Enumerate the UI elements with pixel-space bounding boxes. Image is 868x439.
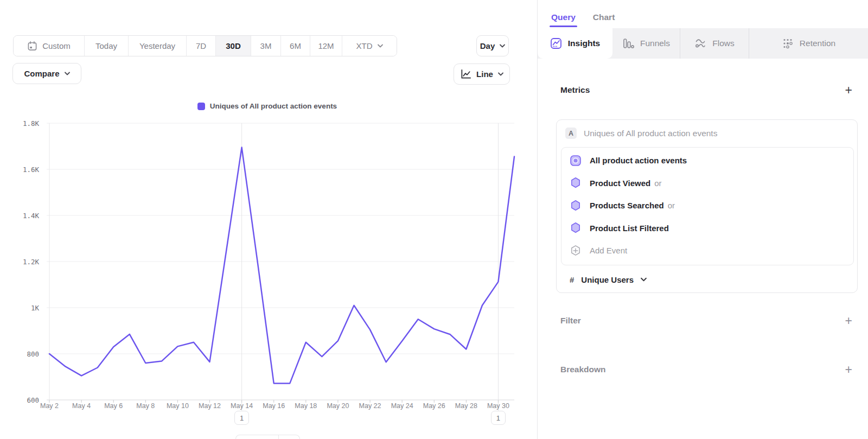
add-event-row[interactable]: Add Event xyxy=(561,239,853,262)
compare-dropdown[interactable]: Compare xyxy=(12,63,81,84)
events-card: All product action eventsProduct Viewedo… xyxy=(561,147,854,265)
legend-label: Uniques of All product action events xyxy=(210,102,337,110)
number-icon: # xyxy=(570,275,574,284)
event-label: Product List Filtered xyxy=(590,224,669,233)
event-label: Add Event xyxy=(590,246,627,255)
event-hexagon-icon xyxy=(570,200,582,212)
range-today-button[interactable]: Today xyxy=(85,36,129,56)
range-label: 6M xyxy=(290,41,301,50)
flows-icon xyxy=(694,37,706,49)
add-breakdown-button[interactable]: + xyxy=(845,364,852,376)
axis-pagination-partial[interactable] xyxy=(235,435,300,439)
metrics-heading: Metrics xyxy=(560,85,590,95)
event-label: All product action events xyxy=(590,156,687,165)
y-tick-label: 1.4K xyxy=(23,212,40,220)
y-tick-label: 1.2K xyxy=(23,258,40,266)
line-chart[interactable]: 1.8K1.6K1.4K1.2K1K800600May 2May 4May 6M… xyxy=(0,114,534,439)
y-tick-label: 800 xyxy=(27,350,39,358)
range-xtd-button[interactable]: XTD xyxy=(342,36,397,56)
add-metric-button[interactable]: + xyxy=(845,84,852,97)
event-operator: or xyxy=(668,201,675,210)
annotation-marker[interactable]: 1 xyxy=(234,411,249,425)
range-6m-button[interactable]: 6M xyxy=(281,36,310,56)
report-type-tabs: Insights Funnels Flows Retention xyxy=(538,28,868,59)
add-filter-button[interactable]: + xyxy=(845,315,852,327)
tab-chart[interactable]: Chart xyxy=(593,12,615,22)
chevron-down-icon xyxy=(378,44,383,48)
chart-type-dropdown[interactable]: Line xyxy=(454,63,510,85)
metric-badge: A xyxy=(565,128,577,139)
tab-flows-label: Flows xyxy=(712,39,734,48)
x-tick-label: May 30 xyxy=(487,402,509,410)
granularity-dropdown[interactable]: Day xyxy=(476,35,509,56)
range-12m-button[interactable]: 12M xyxy=(310,36,342,56)
breakdown-section-header: Breakdown + xyxy=(538,361,868,378)
event-label: Products Searched xyxy=(590,201,664,210)
range-label: 12M xyxy=(318,41,334,50)
annotation-marker[interactable]: 1 xyxy=(491,411,506,425)
range-3m-button[interactable]: 3M xyxy=(251,36,281,56)
line-chart-icon xyxy=(460,68,471,80)
range-label: XTD xyxy=(356,41,373,50)
range-label: 30D xyxy=(226,41,241,50)
measurement-dropdown[interactable]: # Unique Users xyxy=(570,272,647,287)
event-row[interactable]: All product action events xyxy=(561,149,853,172)
x-tick-label: May 10 xyxy=(167,402,189,410)
retention-icon xyxy=(782,37,794,49)
x-tick-label: May 16 xyxy=(263,402,285,410)
chevron-down-icon xyxy=(498,72,503,76)
y-tick-label: 1K xyxy=(31,304,40,312)
x-tick-label: May 12 xyxy=(199,402,221,410)
range-yesterday-button[interactable]: Yesterday xyxy=(129,36,187,56)
funnels-icon xyxy=(622,37,634,49)
x-tick-label: May 18 xyxy=(295,402,317,410)
date-range-group: CustomTodayYesterday7D30D3M6M12MXTD xyxy=(13,35,397,56)
x-tick-label: May 26 xyxy=(423,402,445,410)
series-line[interactable] xyxy=(49,148,514,384)
event-row[interactable]: Products Searchedor xyxy=(561,194,853,217)
tab-query[interactable]: Query xyxy=(551,12,576,22)
chevron-down-icon xyxy=(500,44,505,48)
chart-type-label: Line xyxy=(476,69,493,79)
tab-insights-label: Insights xyxy=(568,39,600,48)
event-label: Product Viewed xyxy=(590,179,650,188)
x-tick-label: May 8 xyxy=(136,402,155,410)
range-label: Yesterday xyxy=(139,41,175,50)
x-tick-label: May 24 xyxy=(391,402,413,410)
all-events-icon xyxy=(570,155,582,167)
chevron-down-icon xyxy=(65,72,70,75)
x-tick-label: May 2 xyxy=(40,402,59,410)
tab-insights[interactable]: Insights xyxy=(538,28,612,59)
tab-funnels[interactable]: Funnels xyxy=(612,28,680,59)
legend-swatch xyxy=(197,103,205,110)
panel-header: Query Chart xyxy=(538,0,868,28)
query-panel: Query Chart Insights Funnels Flows Reten… xyxy=(537,0,868,439)
compare-label: Compare xyxy=(24,69,59,78)
range-label: 3M xyxy=(260,41,272,50)
filter-heading: Filter xyxy=(560,316,581,326)
x-tick-label: May 4 xyxy=(72,402,91,410)
range-custom-button[interactable]: Custom xyxy=(14,36,85,56)
calendar-icon xyxy=(27,41,37,51)
tab-retention[interactable]: Retention xyxy=(749,28,868,59)
range-30d-button[interactable]: 30D xyxy=(216,36,251,56)
y-tick-label: 1.6K xyxy=(23,166,40,174)
range-label: Custom xyxy=(42,41,71,50)
tab-flows[interactable]: Flows xyxy=(680,28,749,59)
range-7d-button[interactable]: 7D xyxy=(187,36,216,56)
x-tick-label: May 28 xyxy=(455,402,477,410)
breakdown-heading: Breakdown xyxy=(560,365,606,374)
y-tick-label: 600 xyxy=(27,396,39,404)
x-tick-label: May 22 xyxy=(359,402,381,410)
event-row[interactable]: Product List Filtered xyxy=(561,217,853,240)
metric-card-header[interactable]: A Uniques of All product action events xyxy=(557,120,857,144)
event-row[interactable]: Product Viewedor xyxy=(561,172,853,195)
range-label: 7D xyxy=(196,41,206,50)
x-tick-label: May 6 xyxy=(104,402,123,410)
chevron-down-icon xyxy=(641,277,647,282)
x-tick-label: May 14 xyxy=(231,402,253,410)
metrics-section-header: Metrics + xyxy=(538,82,868,98)
chart-legend[interactable]: Uniques of All product action events xyxy=(0,102,534,110)
event-hexagon-icon xyxy=(570,177,582,189)
tab-retention-label: Retention xyxy=(800,39,835,48)
